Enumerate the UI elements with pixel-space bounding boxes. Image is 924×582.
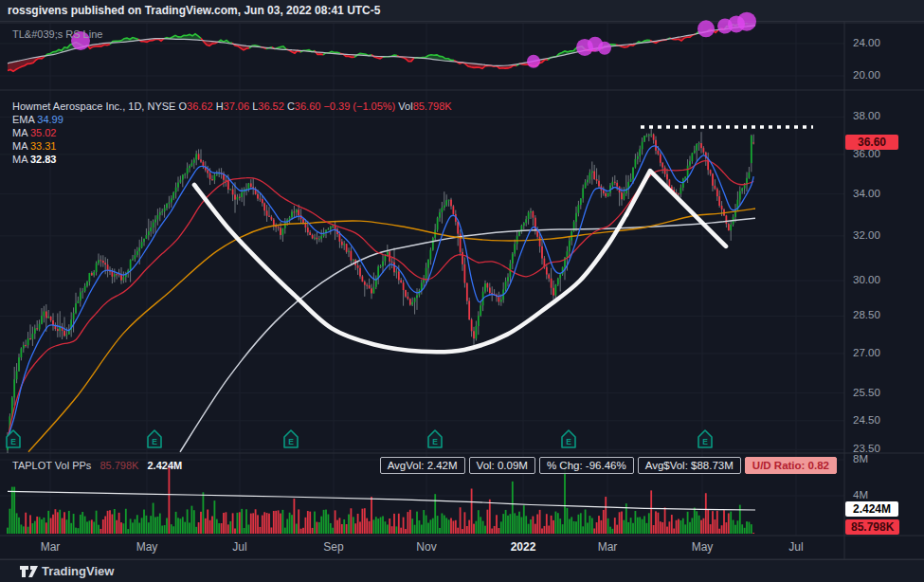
indicator-label: MA <box>12 140 30 152</box>
svg-text:E: E <box>288 437 294 446</box>
ohlc-label: H <box>216 100 224 112</box>
ma-200-line <box>180 218 755 452</box>
indicator-legend-rows: EMA 34.99MA 35.02MA 33.31MA 32.83 <box>12 114 452 165</box>
indicator-value: 34.99 <box>37 114 63 125</box>
rs-axis-tick: 20.00 <box>853 69 880 81</box>
earnings-icon[interactable]: E <box>284 430 298 447</box>
earnings-icon[interactable]: E <box>428 430 442 447</box>
tradingview-logo-icon <box>19 565 38 578</box>
indicator-label: MA <box>12 127 30 138</box>
vol-value: 85.798K <box>413 100 452 112</box>
price-axis-tick: 32.00 <box>853 229 880 241</box>
volume-last-value: 85.798K <box>100 460 138 471</box>
price-axis-tick: 25.50 <box>853 387 880 398</box>
ohlc-value: 36.62 <box>187 100 216 112</box>
stat-badge: AvgVol: 2.42M <box>380 457 465 474</box>
indicator-row-ma[interactable]: MA 32.83 <box>12 154 452 165</box>
ma-50-line <box>8 161 753 439</box>
indicator-row-ema[interactable]: EMA 34.99 <box>12 114 452 125</box>
svg-text:E: E <box>702 437 708 446</box>
indicator-value: 35.02 <box>30 127 57 138</box>
change-value: −0.39 (−1.05%) <box>323 100 398 112</box>
tradingview-published-chart: rossgivens published on TradingView.com,… <box>0 0 924 582</box>
indicator-label: MA <box>12 154 30 165</box>
time-axis-label-jul: Jul <box>232 540 246 554</box>
ohlc-label: O <box>178 100 187 112</box>
ohlc-value: 36.52 <box>258 100 287 112</box>
last-price-badge: 36.60 <box>845 135 898 150</box>
ohlc-value: 36.60 <box>295 100 324 112</box>
time-axis-label-mar: Mar <box>41 540 61 554</box>
stat-badge: % Chg: -96.46% <box>539 457 634 474</box>
svg-text:E: E <box>152 437 157 446</box>
volume-stats-row: AvgVol: 2.42MVol: 0.09M% Chg: -96.46%Avg… <box>376 456 837 474</box>
footer-bar: TradingView <box>0 559 924 582</box>
stat-badge: U/D Ratio: 0.82 <box>745 457 837 474</box>
price-axis-tick: 27.00 <box>853 347 880 358</box>
time-axis-label-jul: Jul <box>788 540 803 554</box>
volume-axis-tick: 8M <box>853 453 868 464</box>
earnings-markers[interactable]: EEEEEE <box>7 430 712 447</box>
main-legend: Howmet Aerospace Inc., 1D, NYSE O36.62 H… <box>12 100 452 165</box>
price-axis-tick: 30.00 <box>853 274 880 285</box>
ohlc-label: C <box>287 100 295 112</box>
indicator-row-ma[interactable]: MA 35.02 <box>12 127 452 138</box>
ma-150-line <box>28 209 755 452</box>
svg-text:E: E <box>10 437 16 446</box>
avg-volume-badge: 2.424M <box>845 501 898 517</box>
time-axis-label-nov: Nov <box>416 540 436 554</box>
volume-indicator-label: TAPLOT Vol PPs <box>12 460 91 471</box>
stat-badge: Vol: 0.09M <box>469 457 535 474</box>
volume-legend[interactable]: TAPLOT Vol PPs 85.798K 2.424M <box>12 460 182 471</box>
svg-text:E: E <box>432 437 438 446</box>
indicator-label: EMA <box>12 114 37 125</box>
rs-line-pane <box>8 20 755 72</box>
price-axis-tick: 28.50 <box>853 309 880 320</box>
last-volume-badge: 85.798K <box>845 519 899 535</box>
price-axis-tick: 24.50 <box>853 414 880 426</box>
tradingview-brand-text[interactable]: TradingView <box>42 564 114 578</box>
time-axis-label-may: May <box>692 540 714 554</box>
time-axis-label-sep: Sep <box>323 540 343 554</box>
svg-text:E: E <box>566 437 571 446</box>
rs-axis-tick: 24.00 <box>853 37 880 48</box>
candle-wicks-layer <box>8 126 753 460</box>
symbol-legend-row[interactable]: Howmet Aerospace Inc., 1D, NYSE O36.62 H… <box>12 100 452 112</box>
earnings-icon[interactable]: E <box>562 430 575 447</box>
price-axis-tick: 38.00 <box>853 110 880 121</box>
rs-highlight-circles <box>71 12 756 68</box>
earnings-icon[interactable]: E <box>698 430 712 447</box>
time-axis-label-may: May <box>136 540 158 554</box>
volume-axis-tick: 4M <box>853 489 868 500</box>
indicator-row-ma[interactable]: MA 33.31 <box>12 140 452 152</box>
time-axis-label-2022: 2022 <box>511 540 536 554</box>
price-axis-tick: 34.00 <box>853 188 880 199</box>
indicator-value: 33.31 <box>30 140 57 152</box>
volume-avg-value: 2.424M <box>147 460 182 471</box>
volume-average-line <box>8 491 755 510</box>
earnings-icon[interactable]: E <box>148 430 161 447</box>
symbol-title: Howmet Aerospace Inc., 1D, NYSE <box>12 100 178 112</box>
indicator-value: 32.83 <box>30 154 57 165</box>
time-axis-label-mar: Mar <box>598 540 618 554</box>
stat-badge: Avg$Vol: $88.73M <box>638 457 741 474</box>
vol-label: Vol <box>398 100 412 112</box>
rs-pane-label: TL&#039;s RS Line <box>12 28 102 40</box>
main-price-pane <box>7 126 755 460</box>
ohlc-value: 37.06 <box>224 100 253 112</box>
chart-canvas[interactable]: EEEEEE <box>0 0 924 582</box>
